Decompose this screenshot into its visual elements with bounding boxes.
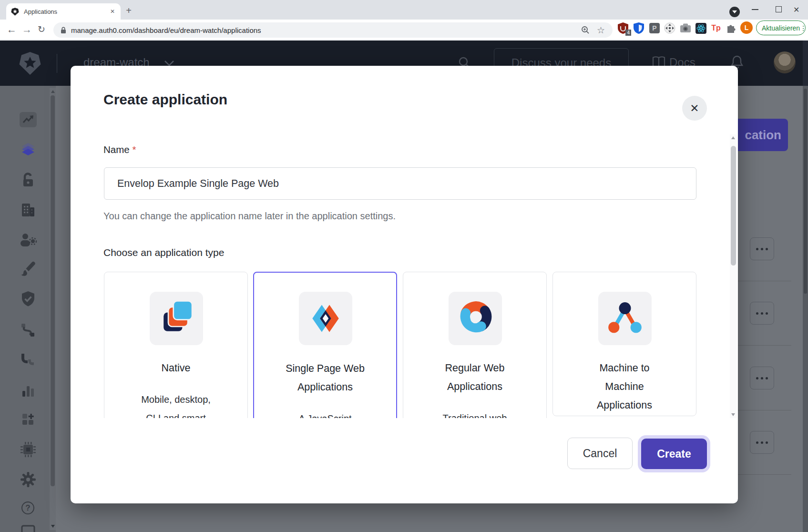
ublock-extension-icon[interactable]: 4 — [617, 22, 629, 34]
header-divider — [57, 54, 57, 73]
card-title: Machine to — [599, 362, 649, 374]
browser-tab[interactable]: Applications ✕ — [6, 3, 121, 20]
tab-close-icon[interactable]: ✕ — [110, 8, 115, 15]
page-scrollbar-thumb[interactable] — [804, 89, 807, 294]
react-devtools-extension-icon[interactable] — [695, 22, 707, 34]
window-maximize-button[interactable] — [776, 6, 782, 12]
table-row-divider — [738, 281, 791, 281]
sidebar-item-activity[interactable] — [19, 110, 38, 129]
sidebar-item-monitoring[interactable] — [19, 381, 38, 400]
card-title: Regular Web — [445, 362, 504, 374]
sidebar-item-quickstart[interactable] — [19, 523, 38, 532]
browser-tab-bar: Applications ✕ + ✕ — [0, 0, 808, 20]
create-application-modal: Create application ✕ Name * You can chan… — [71, 66, 738, 503]
forward-button[interactable]: → — [22, 24, 32, 35]
card-title: Applications — [297, 381, 353, 393]
row-actions-ellipsis-button[interactable] — [750, 302, 774, 325]
extensions-puzzle-icon[interactable] — [725, 22, 737, 34]
screen: Applications ✕ + ✕ ← → ↻ manage.auth0.co… — [0, 0, 808, 532]
camera-extension-icon[interactable] — [679, 22, 692, 34]
sidebar-item-security[interactable] — [19, 290, 38, 309]
sidebar-item-user-management[interactable] — [19, 230, 38, 249]
table-row-divider — [738, 410, 791, 410]
card-description: A JavaScript — [298, 413, 351, 418]
application-type-cards: Native Mobile, desktop, CLI and smart — [104, 272, 697, 418]
name-help-text: You can change the application name late… — [103, 209, 396, 223]
row-actions-ellipsis-button[interactable] — [750, 367, 774, 389]
auth0-logo-icon — [19, 51, 41, 75]
native-icon — [150, 292, 203, 345]
sidebar-item-applications[interactable] — [19, 141, 38, 160]
window-close-button[interactable]: ✕ — [793, 5, 799, 14]
modal-scrollbar-thumb[interactable] — [731, 146, 736, 266]
modal-close-button[interactable]: ✕ — [682, 96, 707, 121]
page-scrollbar[interactable] — [803, 41, 808, 86]
browser-profile-avatar[interactable]: L — [740, 21, 753, 34]
lock-icon — [61, 27, 66, 34]
back-button[interactable]: ← — [7, 24, 17, 35]
card-title: Applications — [447, 381, 502, 392]
regular-web-app-icon — [449, 292, 502, 345]
browser-menu-kebab-icon[interactable]: ⋮ — [800, 24, 807, 32]
cancel-button[interactable]: Cancel — [567, 438, 633, 469]
card-description: Traditional web — [443, 413, 507, 418]
user-avatar[interactable] — [774, 51, 796, 73]
ublock-badge: 4 — [625, 30, 631, 36]
sidebar-scrollbar-thumb[interactable] — [51, 95, 55, 486]
card-machine-to-machine[interactable]: Machine to Machine Applications — [552, 272, 696, 416]
sidebar-item-settings[interactable] — [19, 470, 38, 489]
bookmark-star-icon[interactable]: ☆ — [597, 25, 605, 36]
sidebar-item-extensions[interactable] — [19, 440, 38, 459]
sidebar-item-actions[interactable] — [19, 321, 38, 340]
sidebar-item-authentication[interactable] — [19, 170, 38, 189]
required-asterisk: * — [132, 144, 136, 155]
tampermonkey-tp-extension-icon[interactable]: Tp — [710, 22, 722, 34]
single-page-app-icon — [299, 292, 352, 345]
card-title: Single Page Web — [286, 363, 365, 374]
table-row-divider — [738, 474, 791, 475]
reload-button[interactable]: ↻ — [38, 24, 45, 35]
card-single-page-web[interactable]: Single Page Web Applications A JavaScrip… — [253, 272, 397, 418]
page-scrollbar-track[interactable] — [803, 86, 808, 532]
card-title: Machine — [605, 381, 644, 392]
new-tab-button[interactable]: + — [123, 5, 134, 16]
sidebar-item-help[interactable]: ? — [19, 499, 38, 518]
sidebar-item-branding[interactable] — [19, 260, 38, 279]
card-description: Mobile, desktop, — [141, 394, 211, 405]
application-type-label: Choose an application type — [103, 247, 224, 258]
sidebar-item-auth-pipeline[interactable] — [19, 351, 38, 370]
window-minimize-button[interactable] — [752, 9, 758, 10]
application-name-input[interactable] — [104, 167, 696, 200]
sidebar-item-organizations[interactable] — [19, 200, 38, 219]
row-actions-ellipsis-button[interactable] — [750, 237, 774, 260]
move-extension-icon[interactable] — [664, 22, 676, 34]
card-native[interactable]: Native Mobile, desktop, CLI and smart — [104, 272, 248, 418]
table-row-divider — [738, 345, 791, 346]
tab-title: Applications — [24, 8, 110, 15]
sidebar-scrollbar[interactable] — [50, 88, 56, 530]
row-actions-ellipsis-button[interactable] — [750, 431, 774, 454]
sidebar-nav: ? — [0, 86, 56, 532]
machine-to-machine-icon — [598, 292, 652, 345]
url-bar[interactable]: manage.auth0.com/dashboard/eu/dream-watc… — [53, 22, 613, 38]
sidebar-item-marketplace[interactable] — [19, 410, 38, 429]
browser-updates-icon[interactable] — [729, 7, 740, 17]
card-description: CLI and smart — [146, 413, 206, 418]
auth0-favicon-icon — [11, 8, 19, 16]
close-icon: ✕ — [690, 102, 699, 115]
name-label: Name * — [103, 144, 136, 155]
card-title: Native — [162, 362, 191, 374]
zoom-icon[interactable] — [581, 25, 590, 35]
card-title: Applications — [597, 399, 652, 411]
refresh-page-button[interactable]: Aktualisieren ⋮ — [756, 20, 806, 35]
bitwarden-extension-icon[interactable] — [633, 22, 645, 34]
p-extension-icon[interactable]: P — [648, 22, 661, 34]
modal-title: Create application — [103, 92, 227, 108]
url-text[interactable]: manage.auth0.com/dashboard/eu/dream-watc… — [71, 26, 581, 34]
card-regular-web[interactable]: Regular Web Applications Traditional web — [403, 272, 547, 418]
create-button[interactable]: Create — [641, 439, 707, 469]
